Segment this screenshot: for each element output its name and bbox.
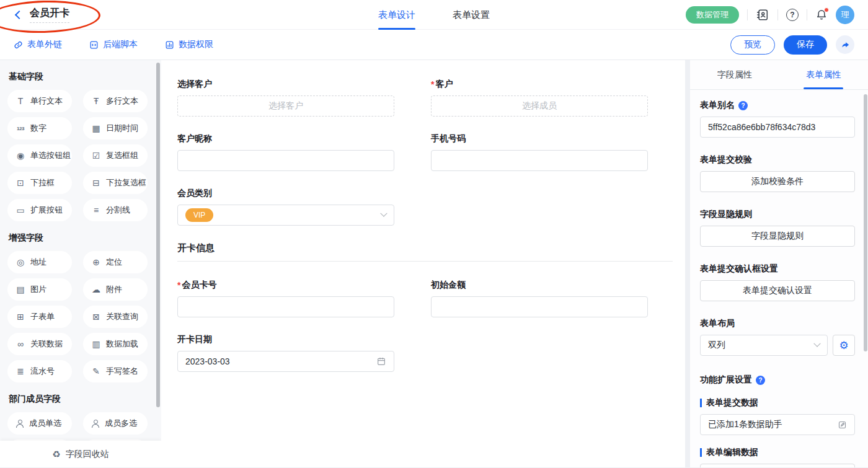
contact-book-icon[interactable] [756,8,769,22]
field-label: 会员类别 [177,188,394,199]
sidebar-scrollbar[interactable] [156,63,160,407]
field-image[interactable]: ▤图片 [7,278,72,301]
avatar[interactable]: 理 [836,6,854,24]
app-header: 会员开卡 表单设计 表单设置 数据管理 理 [0,0,868,30]
calendar-icon [376,356,386,366]
image-icon: ▤ [16,285,25,294]
field-subform[interactable]: ⊞子表单 [7,306,72,328]
member-type-select[interactable]: VIP [177,205,394,226]
form-alias-input[interactable]: 5ff52ca86e6bb78f634c78d3 [700,117,855,138]
form-toolbar: 表单外链 后端脚本 数据权限 预览 保存 [0,30,868,60]
tab-form-properties[interactable]: 表单属性 [779,60,868,89]
section-title-basic-fields: 基础字段 [9,71,161,82]
confirm-box-button[interactable]: 表单提交确认设置 [700,280,855,301]
card-no-input[interactable] [177,296,394,317]
field-radio-group[interactable]: ◉单选按钮组 [7,144,72,167]
form-layout-select[interactable]: 双列 [700,335,828,356]
field-linked-data[interactable]: ∞关联数据 [7,333,72,355]
field-block-open-date[interactable]: 开卡日期 2023-03-03 [177,334,394,372]
submit-data-assistant[interactable]: 已添加1条数据助手 [700,414,855,435]
open-date-input[interactable]: 2023-03-03 [177,351,394,372]
nickname-input[interactable] [177,150,394,171]
form-section-card-info[interactable]: 开卡信息 [177,242,673,262]
customer-member-picker[interactable]: 选择成员 [431,95,648,117]
field-serial-number[interactable]: ≣流水号 [7,360,72,382]
layout-settings-button[interactable]: ⚙ [833,335,855,356]
edit-pencil-icon[interactable] [838,420,847,430]
select-icon: ⊡ [16,178,25,188]
field-block-phone[interactable]: 手机号码 [431,133,648,171]
add-operation-button[interactable]: 添加操作 [700,464,855,467]
panel-tabs: 字段属性 表单属性 [690,60,868,90]
field-label: 初始金额 [431,280,648,291]
field-multi-text[interactable]: Ŧ多行文本 [83,90,148,112]
accent-bar [700,399,702,407]
panel-scrollbar[interactable] [864,94,867,351]
field-extend-button[interactable]: ▭扩展按钮 [7,199,72,221]
submit-validation-label: 表单提交校验 [700,154,855,166]
field-datetime[interactable]: ▦日期时间 [83,117,148,139]
tab-form-design[interactable]: 表单设计 [378,0,415,30]
tab-form-settings[interactable]: 表单设置 [453,0,490,30]
visibility-rules-button[interactable]: 字段显隐规则 [700,226,855,247]
section-divider [177,261,673,262]
field-number[interactable]: 123数字 [7,117,72,139]
form-external-link[interactable]: 表单外链 [14,39,62,50]
properties-panel: 字段属性 表单属性 表单别名 5ff52ca86e6bb78f634c78d3 … [690,60,868,467]
field-block-card-no[interactable]: *会员卡号 [177,280,394,317]
preview-button[interactable]: 预览 [730,35,775,55]
notification-bell-icon[interactable] [815,9,828,21]
required-asterisk: * [177,280,180,290]
field-divider[interactable]: ≡分割线 [83,199,148,221]
share-icon[interactable] [836,35,854,54]
help-icon[interactable] [786,9,799,21]
divider-icon: ≡ [91,205,101,215]
single-text-icon: T [16,96,25,106]
edit-data-label: 表单编辑数据 [706,447,758,458]
form-layout-label: 表单布局 [700,318,855,329]
field-block-select-customer[interactable]: 选择客户 选择客户 [177,79,394,117]
vip-tag: VIP [185,208,213,222]
field-block-member-type[interactable]: 会员类别 VIP [177,188,394,226]
data-manage-button[interactable]: 数据管理 [686,6,739,24]
field-select[interactable]: ⊡下拉框 [7,172,72,194]
backend-script-link[interactable]: 后端脚本 [89,39,138,50]
visibility-rules-label: 字段显隐规则 [700,209,855,220]
linked-data-icon: ∞ [16,339,25,349]
field-label: 选择客户 [177,79,394,90]
field-signature[interactable]: ✎手写签名 [83,360,148,382]
field-block-nickname[interactable]: 客户昵称 [177,133,394,171]
field-member-single[interactable]: 成员单选 [7,412,72,435]
field-data-load[interactable]: ▥数据加载 [83,333,148,355]
divider [777,9,778,20]
field-member-multi[interactable]: 成员多选 [83,412,148,435]
calendar-icon: ▦ [91,123,101,133]
field-single-text[interactable]: T单行文本 [7,90,72,112]
initial-amount-input[interactable] [431,296,648,317]
extend-button-icon: ▭ [16,205,25,215]
phone-input[interactable] [431,150,648,171]
checkbox-icon: ☑ [91,151,101,161]
multi-select-icon: ⊟ [91,178,101,188]
field-block-initial-amount[interactable]: 初始金额 [431,280,648,317]
field-address[interactable]: ◎地址 [7,251,72,273]
field-checkbox-group[interactable]: ☑复选框组 [83,144,148,167]
field-recycle-bin[interactable]: ♻ 字段回收站 [0,441,161,467]
field-multi-select[interactable]: ⊟下拉复选框 [83,172,148,194]
add-validation-button[interactable]: 添加校验条件 [700,171,855,192]
data-permission-link[interactable]: 数据权限 [165,39,213,50]
help-hint-icon[interactable] [756,376,765,385]
field-linked-query[interactable]: ⊠关联查询 [83,306,148,328]
signature-icon: ✎ [91,366,101,376]
tab-field-properties[interactable]: 字段属性 [690,60,779,89]
help-hint-icon[interactable] [738,101,748,110]
field-label: 客户 [435,79,453,90]
attachment-icon: ☁ [91,285,101,294]
save-button[interactable]: 保存 [784,35,827,55]
field-location[interactable]: ⊕定位 [83,251,148,273]
select-customer-picker[interactable]: 选择客户 [177,95,394,117]
back-icon[interactable] [15,10,24,19]
field-block-customer[interactable]: *客户 选择成员 [431,79,648,117]
divider [807,9,807,20]
field-attachment[interactable]: ☁附件 [83,278,148,301]
